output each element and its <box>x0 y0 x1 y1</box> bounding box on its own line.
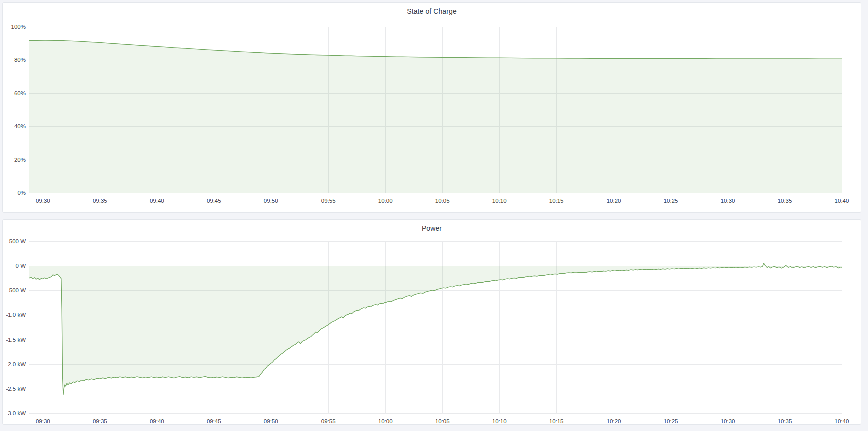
y-axis-tick-label: -1.0 kW <box>6 312 26 318</box>
y-axis-tick-label: 20% <box>14 157 26 163</box>
x-axis-tick-label: 10:00 <box>378 198 393 204</box>
x-axis-tick-label: 09:45 <box>207 198 221 204</box>
power-chart-canvas[interactable]: 500 W0 W-500 W-1.0 kW-1.5 kW-2.0 kW-2.5 … <box>3 220 861 424</box>
soc-panel: State of Charge 100%80%60%40%20%0%09:300… <box>2 2 861 213</box>
x-axis-tick-label: 10:15 <box>549 198 564 204</box>
x-axis-tick-label: 10:10 <box>492 198 507 204</box>
x-axis-tick-label: 10:15 <box>549 418 564 424</box>
x-axis-tick-label: 09:30 <box>36 198 50 204</box>
x-axis-tick-label: 10:30 <box>721 198 735 204</box>
x-axis-tick-label: 09:35 <box>93 198 107 204</box>
y-axis-tick-label: -2.0 kW <box>6 361 26 367</box>
y-axis-tick-label: 100% <box>11 24 26 30</box>
x-axis-tick-label: 09:40 <box>150 418 164 424</box>
y-axis-tick-label: -500 W <box>7 287 26 293</box>
y-axis-tick-label: -1.5 kW <box>6 337 26 343</box>
x-axis-tick-label: 10:35 <box>778 418 792 424</box>
x-axis-tick-label: 10:40 <box>835 198 849 204</box>
y-axis-tick-label: 500 W <box>9 238 26 244</box>
dashboard: { "page": { "background": "#f3f4f8", "pa… <box>0 0 868 431</box>
x-axis-tick-label: 10:35 <box>778 198 792 204</box>
y-axis-tick-label: -3.0 kW <box>6 410 26 416</box>
y-axis-tick-label: 0% <box>17 190 26 196</box>
power-panel: Power 500 W0 W-500 W-1.0 kW-1.5 kW-2.0 k… <box>2 219 861 425</box>
x-axis-tick-label: 10:05 <box>435 418 450 424</box>
x-axis-tick-label: 09:35 <box>93 418 107 424</box>
x-axis-tick-label: 09:50 <box>264 198 278 204</box>
x-axis-tick-label: 10:20 <box>607 418 621 424</box>
x-axis-tick-label: 10:30 <box>721 418 735 424</box>
x-axis-tick-label: 10:25 <box>664 198 678 204</box>
y-axis-tick-label: 80% <box>14 57 26 63</box>
x-axis-tick-label: 09:55 <box>321 198 336 204</box>
y-axis-tick-label: -2.5 kW <box>6 386 26 392</box>
y-axis-tick-label: 40% <box>14 123 26 129</box>
x-axis-tick-label: 09:30 <box>36 418 50 424</box>
x-axis-tick-label: 09:50 <box>264 418 278 424</box>
y-axis-tick-label: 0 W <box>16 263 26 269</box>
soc-chart-canvas[interactable]: 100%80%60%40%20%0%09:3009:3509:4009:4509… <box>3 3 861 212</box>
x-axis-tick-label: 09:55 <box>321 418 336 424</box>
y-axis-tick-label: 60% <box>14 90 26 96</box>
x-axis-tick-label: 10:40 <box>835 418 849 424</box>
x-axis-tick-label: 10:00 <box>378 418 393 424</box>
x-axis-tick-label: 10:10 <box>492 418 507 424</box>
x-axis-tick-label: 10:25 <box>664 418 678 424</box>
x-axis-tick-label: 10:05 <box>435 198 450 204</box>
x-axis-tick-label: 09:40 <box>150 198 164 204</box>
x-axis-tick-label: 10:20 <box>607 198 621 204</box>
x-axis-tick-label: 09:45 <box>207 418 221 424</box>
